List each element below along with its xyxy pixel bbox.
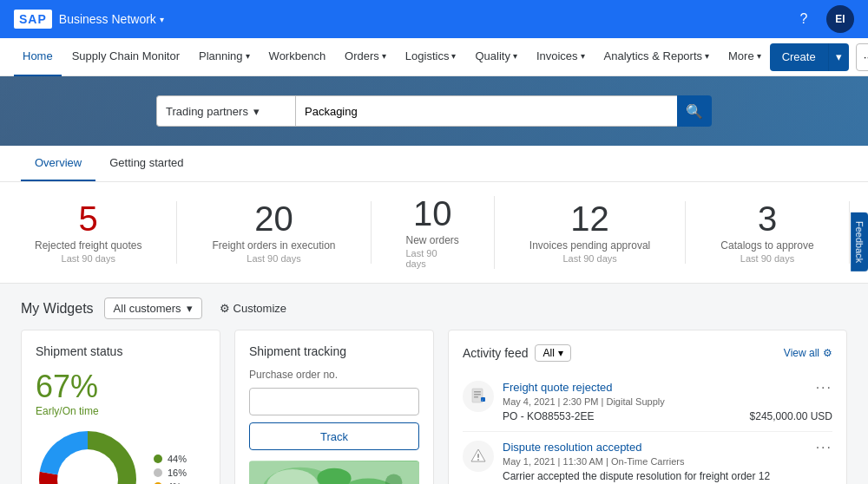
stat-sublabel-rejected: Last 90 days xyxy=(62,253,115,264)
activity-feed-title: Activity feed xyxy=(463,346,528,360)
search-input[interactable] xyxy=(295,95,677,127)
freight-quote-meta: May 4, 2021 | 2:30 PM | Digital Supply xyxy=(503,396,832,407)
business-network-title: Business Network ▾ xyxy=(59,12,164,26)
top-navigation: SAP Business Network ▾ ? EI xyxy=(0,0,868,38)
track-button[interactable]: Track xyxy=(249,422,419,450)
create-dropdown-button[interactable]: ▾ xyxy=(828,43,849,71)
create-button[interactable]: Create xyxy=(770,43,828,71)
map-svg xyxy=(249,461,419,484)
chevron-down-icon: ▾ xyxy=(757,51,761,61)
activity-feed-title-row: Activity feed All ▾ xyxy=(463,344,571,362)
widgets-header: My Widgets All customers ▾ ⚙ Customize xyxy=(0,284,868,330)
legend-dot-gray xyxy=(154,468,162,477)
activity-item-dispute: Dispute resolution accepted ··· May 1, 2… xyxy=(463,432,832,484)
top-nav-left: SAP Business Network ▾ xyxy=(14,10,164,29)
menu-item-more[interactable]: More ▾ xyxy=(720,38,770,76)
shipment-tracking-widget: Shipment tracking Purchase order no. Tra… xyxy=(234,330,434,484)
donut-legend: 44% 16% 4% 13% xyxy=(154,454,187,484)
menu-item-home[interactable]: Home xyxy=(14,38,62,76)
customers-filter-dropdown[interactable]: All customers ▾ xyxy=(104,298,202,319)
stat-number-freight: 20 xyxy=(254,201,293,236)
freight-quote-more-button[interactable]: ··· xyxy=(816,381,832,395)
chevron-down-icon: ▾ xyxy=(836,50,842,63)
chevron-down-icon: ▾ xyxy=(451,51,456,61)
user-avatar[interactable]: EI xyxy=(826,5,854,33)
legend-item-gray: 16% xyxy=(154,468,187,478)
svg-point-20 xyxy=(477,459,479,461)
dispute-more-button[interactable]: ··· xyxy=(816,441,832,455)
dispute-meta: May 1, 2021 | 11:30 AM | On-Time Carrier… xyxy=(503,456,832,467)
activity-feed-widget: Activity feed All ▾ View all ⚙ xyxy=(448,330,847,484)
chevron-down-icon: ▾ xyxy=(187,302,193,315)
chevron-down-icon: ▾ xyxy=(513,51,517,61)
alert-icon xyxy=(470,448,487,465)
customize-icon: ⚙ xyxy=(220,302,230,315)
svg-rect-19 xyxy=(477,454,479,458)
menu-item-planning[interactable]: Planning ▾ xyxy=(190,38,259,76)
dispute-description: Carrier accepted the dispute resolution … xyxy=(503,470,770,482)
po-number-input[interactable] xyxy=(249,388,419,415)
overview-tabs: Overview Getting started xyxy=(0,146,868,182)
widgets-title: My Widgets xyxy=(21,301,94,317)
donut-chart-container: 44% 16% 4% 13% xyxy=(36,428,206,484)
shipment-status-title: Shipment status xyxy=(36,344,206,358)
activity-filter-button[interactable]: All ▾ xyxy=(535,344,570,362)
customize-button[interactable]: ⚙ Customize xyxy=(213,298,293,318)
stat-number-invoices: 12 xyxy=(570,201,609,236)
create-button-group: Create ▾ xyxy=(770,43,849,71)
chevron-down-icon: ▾ xyxy=(581,51,585,61)
stat-sublabel-orders: Last 90 days xyxy=(406,248,459,269)
menu-nav-items: Home Supply Chain Monitor Planning ▾ Wor… xyxy=(14,38,770,76)
search-button[interactable]: 🔍 xyxy=(677,95,712,127)
stat-sublabel-freight: Last 90 days xyxy=(247,253,300,264)
stat-label-rejected: Rejected freight quotes xyxy=(35,239,141,252)
tracking-form: Purchase order no. Track xyxy=(249,369,419,450)
stat-catalogs[interactable]: 3 Catalogs to approve Last 90 days xyxy=(686,201,849,264)
menu-item-analytics[interactable]: Analytics & Reports ▾ xyxy=(595,38,718,76)
freight-quote-title[interactable]: Freight quote rejected xyxy=(503,381,612,394)
search-type-dropdown[interactable]: Trading partners ▾ xyxy=(156,95,295,127)
activity-content-freight: Freight quote rejected ··· May 4, 2021 |… xyxy=(503,381,832,422)
activity-header-row-dispute: Dispute resolution accepted ··· xyxy=(503,441,832,455)
stat-invoices[interactable]: 12 Invoices pending approval Last 90 day… xyxy=(495,201,686,264)
menu-item-supply-chain-monitor[interactable]: Supply Chain Monitor xyxy=(63,38,188,76)
activity-item-freight-quote: ↑ Freight quote rejected ··· May 4, 2021… xyxy=(463,372,832,432)
settings-icon: ⚙ xyxy=(823,347,832,359)
stat-number-orders: 10 xyxy=(413,196,452,231)
tab-overview[interactable]: Overview xyxy=(21,146,95,181)
menu-item-invoices[interactable]: Invoices ▾ xyxy=(528,38,594,76)
shipment-status-widget: Shipment status 67% Early/On time 44% xyxy=(21,330,220,484)
widgets-grid: Shipment status 67% Early/On time 44% xyxy=(0,330,868,484)
customers-filter-label: All customers xyxy=(114,302,181,315)
chevron-down-icon: ▾ xyxy=(558,347,563,359)
svg-rect-15 xyxy=(474,394,481,396)
activity-header-row-freight: Freight quote rejected ··· xyxy=(503,381,832,395)
more-options-button[interactable]: ··· xyxy=(856,43,868,71)
stat-label-catalogs: Catalogs to approve xyxy=(720,239,813,252)
view-all-link[interactable]: View all ⚙ xyxy=(784,347,832,359)
feedback-tab[interactable]: Feedback xyxy=(851,213,868,271)
stat-new-orders[interactable]: 10 New orders Last 90 days xyxy=(372,196,495,269)
stats-bar: 5 Rejected freight quotes Last 90 days 2… xyxy=(0,182,868,284)
dispute-title[interactable]: Dispute resolution accepted xyxy=(503,441,641,454)
tab-getting-started[interactable]: Getting started xyxy=(95,146,197,181)
stat-freight-orders[interactable]: 20 Freight orders in execution Last 90 d… xyxy=(177,201,371,264)
map-visualization xyxy=(249,461,419,484)
menu-item-orders[interactable]: Orders ▾ xyxy=(336,38,395,76)
menu-nav-actions: Create ▾ ··· xyxy=(770,43,868,71)
stat-rejected-freight-quotes[interactable]: 5 Rejected freight quotes Last 90 days xyxy=(21,201,177,264)
freight-quote-amount: $245,000.00 USD xyxy=(750,410,832,422)
menu-item-quality[interactable]: Quality ▾ xyxy=(466,38,525,76)
freight-quote-detail: PO - KO88553-2EE $245,000.00 USD xyxy=(503,410,832,422)
stat-label-freight: Freight orders in execution xyxy=(212,239,335,252)
chevron-down-icon: ▾ xyxy=(246,51,250,61)
menu-item-logistics[interactable]: Logistics ▾ xyxy=(397,38,465,76)
dispute-icon xyxy=(463,441,494,472)
search-type-label: Trading partners xyxy=(166,105,248,118)
menu-item-workbench[interactable]: Workbench xyxy=(260,38,335,76)
activity-feed-header: Activity feed All ▾ View all ⚙ xyxy=(463,344,832,362)
stat-sublabel-catalogs: Last 90 days xyxy=(740,253,794,264)
stat-number-catalogs: 3 xyxy=(758,201,777,236)
help-button[interactable]: ? xyxy=(790,5,818,33)
svg-rect-14 xyxy=(474,391,481,393)
